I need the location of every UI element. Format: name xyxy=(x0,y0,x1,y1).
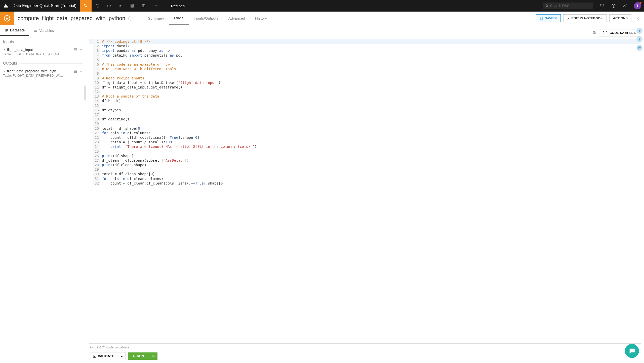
gear-icon[interactable] xyxy=(79,48,83,52)
code-line[interactable]: 11df = flight_data_input.get_dataframe() xyxy=(89,85,641,89)
project-title[interactable]: Data Engineer Quick Start (Tutorial) xyxy=(12,4,80,8)
circle-icon[interactable] xyxy=(92,0,103,12)
code-line[interactable]: 7# DSS can work with different tools xyxy=(89,67,641,71)
code-line[interactable]: 3import pandas as pd, numpy as np xyxy=(89,48,641,53)
svg-point-0 xyxy=(96,4,99,7)
edit-notebook-label: EDIT IN NOTEBOOK xyxy=(572,16,603,20)
svg-rect-16 xyxy=(603,6,603,6)
square-icon[interactable] xyxy=(138,0,149,12)
headerbar-right: SAVED! EDIT IN NOTEBOOK ACTIONS xyxy=(536,14,644,22)
code-line[interactable]: 2import dataiku xyxy=(89,44,641,48)
run-button[interactable]: RUN xyxy=(128,352,149,360)
svg-point-6 xyxy=(153,6,154,6)
svg-rect-40 xyxy=(93,355,96,357)
code-line[interactable]: 14df.head() xyxy=(89,99,641,103)
input-item[interactable]: flight_data_input Table: FLIGHT_DATA_INP… xyxy=(0,46,86,58)
edit-notebook-button[interactable]: EDIT IN NOTEBOOK xyxy=(563,14,607,22)
breadcrumb[interactable]: Recipes xyxy=(171,4,185,8)
code-line[interactable]: 8 xyxy=(89,71,641,76)
play-icon[interactable] xyxy=(115,0,126,12)
back-arrow-icon[interactable] xyxy=(636,16,641,21)
svg-rect-11 xyxy=(600,4,601,5)
svg-rect-18 xyxy=(602,7,602,7)
dataset-table-name: Table: FLIGHT_DATA_INPUT_${TENA… xyxy=(3,52,83,56)
code-samples-button[interactable]: { } CODE SAMPLES xyxy=(599,29,639,36)
svg-rect-12 xyxy=(602,4,602,5)
tab-history[interactable]: History xyxy=(250,12,272,25)
code-line[interactable]: 12 xyxy=(89,89,641,94)
editor-settings-icon[interactable] xyxy=(592,31,596,35)
run-settings-button[interactable] xyxy=(149,352,157,360)
validate-dropdown[interactable] xyxy=(118,352,126,360)
svg-rect-19 xyxy=(603,7,603,7)
code-line[interactable]: 29 xyxy=(89,167,641,172)
svg-point-39 xyxy=(80,71,82,72)
code-line[interactable]: 18df.describe() xyxy=(89,117,641,121)
actions-button[interactable]: ACTIONS xyxy=(609,14,632,22)
code-line[interactable]: ▾21for cols in df.columns: xyxy=(89,131,641,135)
code-line[interactable]: 19 xyxy=(89,121,641,126)
topbar: Data Engineer Quick Start (Tutorial) Rec… xyxy=(0,0,644,12)
svg-rect-17 xyxy=(600,7,601,7)
search-input[interactable] xyxy=(550,4,591,8)
code-line[interactable]: 20total = df.shape[0] xyxy=(89,126,641,131)
svg-rect-2 xyxy=(131,6,133,6)
code-line[interactable]: 1# -*- coding: utf-8 -*- xyxy=(89,39,641,44)
help-icon[interactable]: ? xyxy=(608,0,619,12)
sidebar-tab-datasets[interactable]: Datasets xyxy=(0,25,29,36)
code-line[interactable]: 23 ratio = ( count / total )*100 xyxy=(89,140,641,144)
tab-code[interactable]: Code xyxy=(169,12,189,25)
recipe-name: compute_flight_data_prepared_with_python xyxy=(18,15,125,22)
caret-right-icon xyxy=(3,49,6,51)
code-line[interactable]: 28print(df_clean.shape) xyxy=(89,163,641,167)
avatar[interactable]: T xyxy=(634,2,641,9)
search-icon xyxy=(545,4,549,8)
code-editor[interactable]: 1# -*- coding: utf-8 -*-2import dataiku3… xyxy=(89,39,641,344)
rail-info-icon[interactable]: i xyxy=(636,36,642,42)
code-line[interactable]: 24 print(f'There are {count} NAs [{ratio… xyxy=(89,144,641,149)
code-line[interactable]: 17 xyxy=(89,112,641,117)
code-line[interactable]: 13# Plot a sample of the data xyxy=(89,94,641,99)
code-line[interactable]: 22 count = df[df[cols].isna()==True].sha… xyxy=(89,135,641,140)
code-line[interactable]: 26print(df.shape) xyxy=(89,154,641,158)
code-line[interactable]: ▾31for cols in df_clean.columns: xyxy=(89,176,641,181)
table-icon[interactable] xyxy=(74,69,77,73)
table-icon[interactable] xyxy=(74,48,77,52)
svg-point-24 xyxy=(5,29,7,30)
rail-add-icon[interactable]: + xyxy=(636,28,642,34)
flow-icon[interactable] xyxy=(80,0,92,12)
code-line[interactable]: 15 xyxy=(89,103,641,108)
code-line[interactable]: 10flight_data_input = dataiku.Dataset("f… xyxy=(89,80,641,85)
more-icon[interactable] xyxy=(149,0,161,12)
output-item[interactable]: flight_data_prepared_with_pyth… Table: F… xyxy=(0,68,86,79)
code-line[interactable]: 4from dataiku import pandasutils as pdu xyxy=(89,53,641,58)
code-line[interactable]: 25 xyxy=(89,149,641,154)
sidebar-tab-variables[interactable]: Variables xyxy=(29,25,58,36)
activity-icon[interactable] xyxy=(619,0,631,12)
code-line[interactable]: 9# Read recipe inputs xyxy=(89,76,641,80)
tab-advanced[interactable]: Advanced xyxy=(223,12,250,25)
tab-summary[interactable]: Summary xyxy=(143,12,169,25)
code-icon[interactable] xyxy=(103,0,115,12)
list-icon xyxy=(34,29,37,32)
apps-icon[interactable] xyxy=(596,0,608,12)
rail-chat-icon[interactable] xyxy=(636,45,642,51)
gear-icon[interactable] xyxy=(79,69,83,73)
code-line[interactable]: 32 count = df_clean[df_clean[cols].isna(… xyxy=(89,181,641,186)
chat-fab[interactable] xyxy=(625,344,639,358)
svg-point-41 xyxy=(153,356,154,357)
code-line[interactable]: 27df_clean = df.dropna(subset=["ArrDelay… xyxy=(89,158,641,163)
code-line[interactable]: 16df.dtypes xyxy=(89,108,641,112)
tab-inputs-outputs[interactable]: Inputs/Outputs xyxy=(189,12,223,25)
saved-label: SAVED! xyxy=(545,16,557,20)
stack-icon[interactable] xyxy=(126,0,138,12)
logo-icon[interactable] xyxy=(0,3,12,8)
validate-label: VALIDATE xyxy=(98,354,114,358)
editor-footer: VALIDATE RUN xyxy=(89,351,641,360)
code-line[interactable]: 5 xyxy=(89,58,641,62)
search-box[interactable] xyxy=(543,3,593,9)
code-line[interactable]: 6# This code is an example of how xyxy=(89,62,641,67)
validate-button[interactable]: VALIDATE xyxy=(89,352,118,360)
inputs-head: Inputs xyxy=(0,36,86,46)
code-line[interactable]: 30total = df_clean.shape[0] xyxy=(89,172,641,176)
